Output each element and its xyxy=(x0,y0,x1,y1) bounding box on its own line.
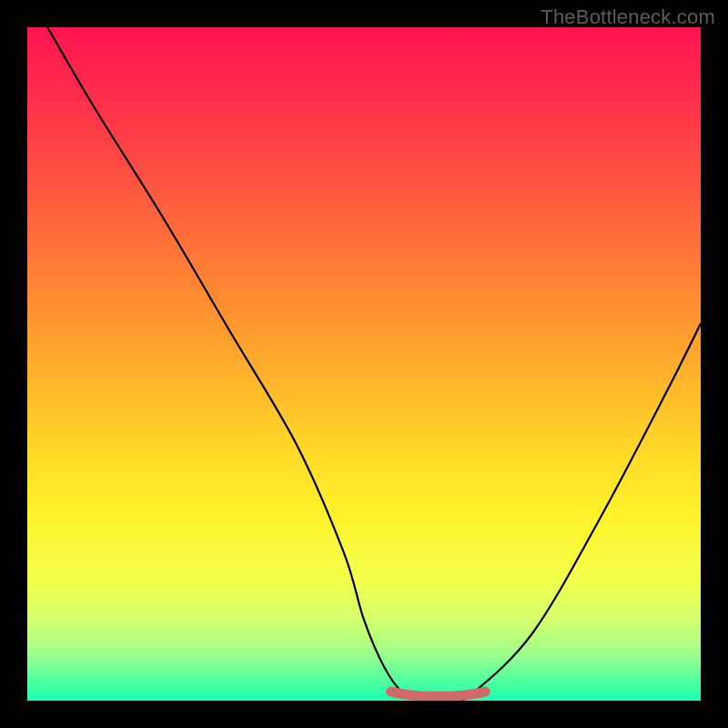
optimal-range-highlight xyxy=(391,692,486,696)
gradient-background xyxy=(27,27,701,701)
chart-svg xyxy=(27,27,701,701)
plot-area xyxy=(27,27,701,701)
watermark-label: TheBottleneck.com xyxy=(541,5,715,29)
chart-frame: TheBottleneck.com xyxy=(0,0,728,728)
